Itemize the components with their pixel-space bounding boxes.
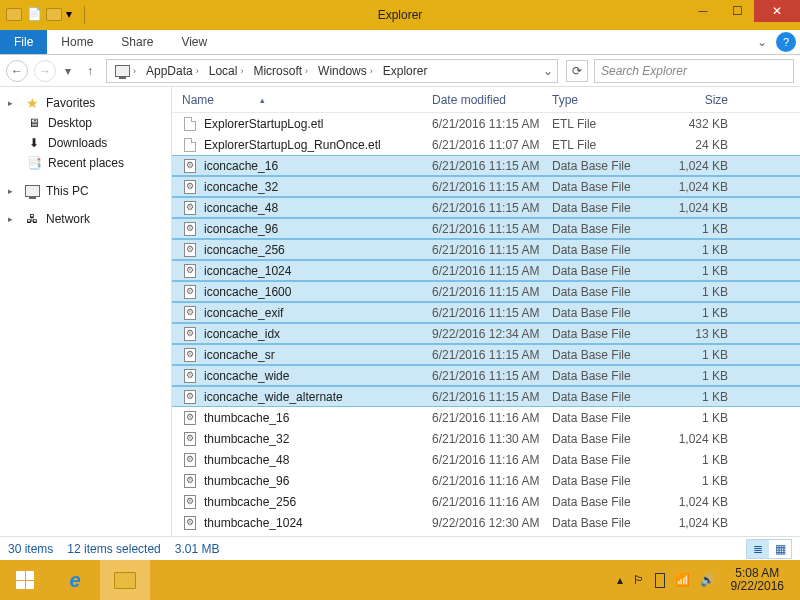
file-type: Data Base File: [552, 201, 662, 215]
expand-ribbon-icon[interactable]: ⌄: [752, 30, 772, 54]
star-icon: ★: [24, 95, 40, 111]
file-type: Data Base File: [552, 285, 662, 299]
up-button[interactable]: ↑: [80, 60, 100, 82]
column-size[interactable]: Size: [662, 93, 742, 107]
tab-home[interactable]: Home: [47, 30, 107, 54]
database-icon: [182, 305, 198, 321]
tray-battery-icon[interactable]: [655, 573, 665, 588]
view-switcher: ≣ ▦: [746, 539, 792, 559]
file-type: Data Base File: [552, 453, 662, 467]
sidebar-item-recent[interactable]: 📑Recent places: [0, 153, 171, 173]
qat-dropdown-icon[interactable]: ▾: [66, 6, 76, 22]
sidebar-network[interactable]: ▸ 🖧 Network: [0, 209, 171, 229]
file-type: Data Base File: [552, 474, 662, 488]
tray-network-icon[interactable]: 📶: [675, 573, 690, 587]
table-row[interactable]: thumbcache_966/21/2016 11:16 AMData Base…: [172, 470, 800, 491]
history-dropdown-icon[interactable]: ▾: [62, 64, 74, 78]
taskbar-ie[interactable]: e: [50, 560, 100, 600]
sidebar-favorites[interactable]: ▸ ★ Favorites: [0, 93, 171, 113]
sidebar-item-desktop[interactable]: 🖥Desktop: [0, 113, 171, 133]
table-row[interactable]: iconcache_2566/21/2016 11:15 AMData Base…: [172, 239, 800, 260]
status-selection: 12 items selected: [67, 542, 160, 556]
minimize-button[interactable]: ─: [686, 0, 720, 22]
column-type[interactable]: Type: [552, 93, 662, 107]
table-row[interactable]: iconcache_16006/21/2016 11:15 AMData Bas…: [172, 281, 800, 302]
app-folder-icon: [6, 6, 22, 22]
sidebar-item-downloads[interactable]: ⬇Downloads: [0, 133, 171, 153]
forward-button[interactable]: →: [34, 60, 56, 82]
breadcrumb-item[interactable]: Local›: [205, 60, 248, 82]
table-row[interactable]: thumbcache_2566/21/2016 11:16 AMData Bas…: [172, 491, 800, 512]
table-row[interactable]: thumbcache_166/21/2016 11:16 AMData Base…: [172, 407, 800, 428]
view-details-button[interactable]: ≣: [747, 540, 769, 558]
file-list[interactable]: Name▴ Date modified Type Size ExplorerSt…: [172, 87, 800, 536]
file-size: 1 KB: [662, 390, 742, 404]
title-bar: 📄 ▾ Explorer ─ ☐ ✕: [0, 0, 800, 30]
table-row[interactable]: iconcache_10246/21/2016 11:15 AMData Bas…: [172, 260, 800, 281]
database-icon: [182, 242, 198, 258]
qat-properties-icon[interactable]: 📄: [26, 6, 42, 22]
table-row[interactable]: iconcache_wide_alternate6/21/2016 11:15 …: [172, 386, 800, 407]
file-name: ExplorerStartupLog.etl: [204, 117, 323, 131]
tab-share[interactable]: Share: [107, 30, 167, 54]
table-row[interactable]: iconcache_966/21/2016 11:15 AMData Base …: [172, 218, 800, 239]
table-row[interactable]: ExplorerStartupLog.etl6/21/2016 11:15 AM…: [172, 113, 800, 134]
file-name: ExplorerStartupLog_RunOnce.etl: [204, 138, 381, 152]
table-row[interactable]: thumbcache_10249/22/2016 12:30 AMData Ba…: [172, 512, 800, 533]
column-name[interactable]: Name▴: [172, 93, 432, 107]
file-size: 1,024 KB: [662, 159, 742, 173]
file-type: Data Base File: [552, 222, 662, 236]
start-button[interactable]: [0, 560, 50, 600]
table-row[interactable]: iconcache_wide6/21/2016 11:15 AMData Bas…: [172, 365, 800, 386]
back-button[interactable]: ←: [6, 60, 28, 82]
maximize-button[interactable]: ☐: [720, 0, 754, 22]
help-icon[interactable]: ?: [776, 32, 796, 52]
breadcrumb-dropdown-icon[interactable]: ⌄: [543, 64, 553, 78]
table-row[interactable]: iconcache_486/21/2016 11:15 AMData Base …: [172, 197, 800, 218]
qat-newfolder-icon[interactable]: [46, 6, 62, 22]
close-button[interactable]: ✕: [754, 0, 800, 22]
table-row[interactable]: ExplorerStartupLog_RunOnce.etl6/21/2016 …: [172, 134, 800, 155]
file-type: Data Base File: [552, 243, 662, 257]
file-tab[interactable]: File: [0, 30, 47, 54]
sidebar-thispc[interactable]: ▸ This PC: [0, 181, 171, 201]
breadcrumb-computer-icon[interactable]: ›: [111, 60, 140, 82]
column-date[interactable]: Date modified: [432, 93, 552, 107]
table-row[interactable]: thumbcache_326/21/2016 11:30 AMData Base…: [172, 428, 800, 449]
breadcrumb-item[interactable]: AppData›: [142, 60, 203, 82]
file-type: Data Base File: [552, 411, 662, 425]
tab-view[interactable]: View: [167, 30, 221, 54]
table-row[interactable]: iconcache_166/21/2016 11:15 AMData Base …: [172, 155, 800, 176]
file-name: iconcache_1024: [204, 264, 291, 278]
table-row[interactable]: iconcache_sr6/21/2016 11:15 AMData Base …: [172, 344, 800, 365]
taskbar: e ▴ 🏳 📶 🔊 5:08 AM 9/22/2016: [0, 560, 800, 600]
search-input[interactable]: Search Explorer: [594, 59, 794, 83]
table-row[interactable]: iconcache_idx9/22/2016 12:34 AMData Base…: [172, 323, 800, 344]
breadcrumb-item[interactable]: Explorer: [379, 60, 432, 82]
file-type: Data Base File: [552, 369, 662, 383]
file-date: 9/22/2016 12:34 AM: [432, 327, 552, 341]
file-size: 432 KB: [662, 117, 742, 131]
view-icons-button[interactable]: ▦: [769, 540, 791, 558]
table-row[interactable]: iconcache_326/21/2016 11:15 AMData Base …: [172, 176, 800, 197]
file-date: 6/21/2016 11:15 AM: [432, 264, 552, 278]
table-row[interactable]: iconcache_exif6/21/2016 11:15 AMData Bas…: [172, 302, 800, 323]
refresh-button[interactable]: ⟳: [566, 60, 588, 82]
file-name: thumbcache_96: [204, 474, 289, 488]
table-row[interactable]: thumbcache_486/21/2016 11:16 AMData Base…: [172, 449, 800, 470]
tray-clock[interactable]: 5:08 AM 9/22/2016: [725, 567, 790, 593]
file-name: iconcache_32: [204, 180, 278, 194]
breadcrumb[interactable]: › AppData› Local› Microsoft› Windows› Ex…: [106, 59, 558, 83]
tray-up-icon[interactable]: ▴: [617, 573, 623, 587]
breadcrumb-item[interactable]: Windows›: [314, 60, 377, 82]
sidebar: ▸ ★ Favorites 🖥Desktop ⬇Downloads 📑Recen…: [0, 87, 172, 536]
tray-action-center-icon[interactable]: 🏳: [633, 573, 645, 587]
status-count: 30 items: [8, 542, 53, 556]
file-name: iconcache_wide: [204, 369, 289, 383]
file-size: 1,024 KB: [662, 432, 742, 446]
taskbar-explorer[interactable]: [100, 560, 150, 600]
breadcrumb-item[interactable]: Microsoft›: [249, 60, 312, 82]
tray-sound-icon[interactable]: 🔊: [700, 573, 715, 587]
folder-icon: [114, 572, 136, 589]
file-size: 13 KB: [662, 327, 742, 341]
